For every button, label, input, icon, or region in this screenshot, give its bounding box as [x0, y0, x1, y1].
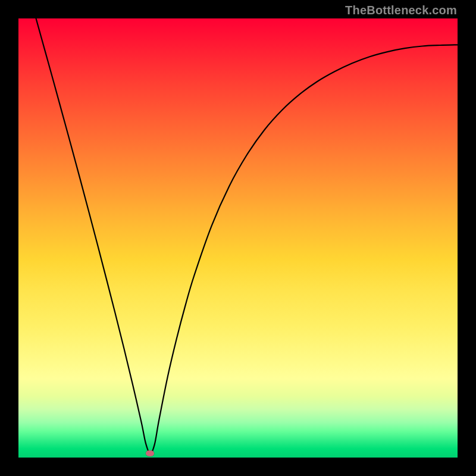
chart-container: TheBottleneck.com: [0, 0, 476, 476]
curve-layer: [18, 18, 458, 458]
bottleneck-curve: [36, 18, 458, 453]
watermark: TheBottleneck.com: [345, 4, 457, 17]
plot-area: [18, 18, 458, 458]
minimum-marker: [146, 450, 154, 456]
